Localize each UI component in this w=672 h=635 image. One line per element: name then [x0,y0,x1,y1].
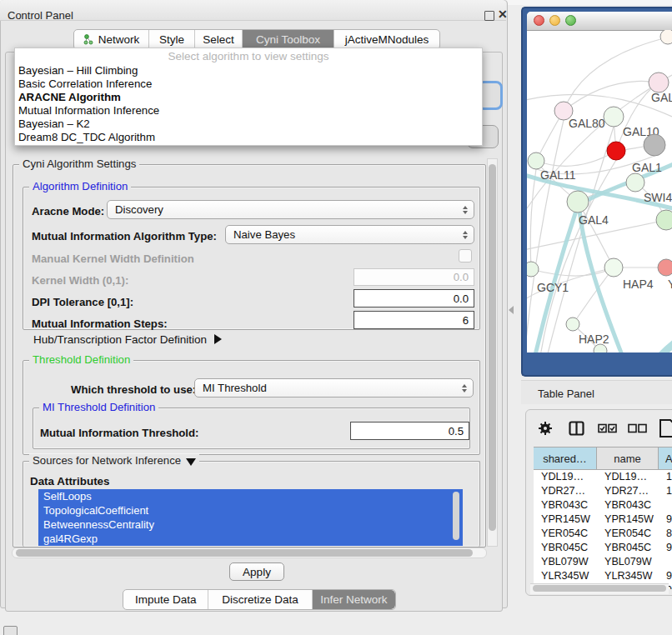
settings-hscrollbar[interactable] [12,548,487,558]
tab-cyni-toolbox[interactable]: Cyni Toolbox [243,30,334,49]
table-cell[interactable]: YER054C [597,527,659,541]
attribute-item[interactable]: SelfLoops [38,489,463,503]
network-node[interactable] [566,318,579,331]
table-hscrollbar-thumb[interactable] [533,585,666,592]
table-row[interactable]: YER054CYER054C8. [534,527,672,541]
tab-jactivemnodules[interactable]: jActiveMNodules [334,30,439,49]
hub-definition-toggle[interactable]: Hub/Transcription Factor Definition [33,333,222,346]
close-traffic-light-icon[interactable] [534,15,544,26]
table-cell[interactable]: YER054C [534,527,597,541]
split-columns-icon[interactable] [569,421,584,436]
table-cell[interactable]: YBR043C [597,498,659,512]
network-node[interactable] [656,210,672,230]
table-cell[interactable]: YDL19… [597,470,659,484]
table-cell[interactable]: YPR145W [534,512,597,527]
dropdown-item[interactable]: Bayesian – K2 [15,118,482,131]
network-edge-thick[interactable] [579,210,625,352]
which-threshold-select[interactable]: MI Threshold [194,378,474,398]
attribute-item[interactable]: TopologicalCoefficient [38,503,463,518]
apply-button[interactable]: Apply [229,562,284,581]
table-cell[interactable] [659,498,672,512]
column-header-shared-name[interactable]: shared… [534,448,597,469]
table-cell[interactable]: YLR345W [534,569,597,583]
settings-vscrollbar[interactable] [487,158,498,547]
tab-style[interactable]: Style [149,30,195,49]
table-cell[interactable]: 9. [659,569,672,583]
network-node[interactable] [649,72,669,92]
network-node[interactable] [527,262,539,277]
table-cell[interactable]: 9. [659,541,672,555]
aracne-mode-select[interactable]: Discovery [107,200,474,219]
table-cell[interactable]: YBR045C [597,541,659,555]
table-cell[interactable]: 12 [659,484,672,498]
sources-title[interactable]: Sources for Network Inference [29,454,199,467]
gear-icon[interactable] [538,421,553,436]
select-all-checkboxes-icon[interactable] [598,423,618,433]
tab-select[interactable]: Select [195,30,243,49]
network-edge[interactable] [527,94,672,117]
float-panel-icon[interactable] [484,11,494,21]
table-cell[interactable]: YDL19… [534,470,597,484]
dropdown-item[interactable]: Mutual Information Inference [15,104,482,118]
table-cell[interactable]: YBL079W [534,555,597,569]
minimize-traffic-light-icon[interactable] [549,15,560,26]
table-row[interactable]: YLR345WYLR345W9. [534,569,672,583]
table-cell[interactable]: YDR27… [534,484,597,498]
table-cell[interactable]: YPR145W [597,512,659,527]
table-row[interactable]: YBL079WYBL079W [534,555,672,569]
data-attributes-list[interactable]: SelfLoopsTopologicalCoefficientBetweenne… [38,489,463,546]
dropdown-item[interactable]: Dream8 DC_TDC Algorithm [15,131,482,144]
splitter-collapse-icon[interactable] [509,306,514,314]
attribute-item[interactable]: BetweennessCentrality [38,518,463,532]
table-cell[interactable] [659,555,672,569]
corner-button[interactable] [3,626,18,635]
network-node[interactable] [604,258,623,277]
table-row[interactable]: YDR27…YDR27…12 [534,484,672,498]
table-cell[interactable]: 13 [659,470,672,484]
table-row[interactable]: YBR045CYBR045C9. [534,541,672,555]
mi-type-select[interactable]: Naive Bayes [225,225,474,244]
table-cell[interactable]: YBR045C [534,541,597,555]
network-node[interactable] [528,152,544,169]
dropdown-item[interactable]: ARACNE Algorithm [15,91,482,104]
network-node[interactable] [604,107,624,127]
network-node[interactable] [658,259,672,276]
settings-vscrollbar-thumb[interactable] [489,164,496,531]
network-node[interactable] [660,30,672,44]
network-edge[interactable] [542,127,614,352]
tab-discretize-data[interactable]: Discretize Data [208,590,312,609]
network-node[interactable] [626,173,644,192]
table-cell[interactable]: 9. [659,512,672,527]
attribute-item[interactable]: gal4RGexp [38,532,463,546]
table-row[interactable]: YBR043CYBR043C [534,498,672,512]
deselect-checkboxes-icon[interactable] [628,423,648,433]
document-icon[interactable] [659,418,672,438]
table-cell[interactable]: YBR043C [534,498,597,512]
network-edge-thick[interactable] [640,340,672,352]
network-node[interactable] [567,191,589,212]
network-node[interactable] [607,142,625,160]
network-edge[interactable] [531,268,614,276]
table-cell[interactable]: YBL079W [597,555,659,569]
table-row[interactable]: YDL19…YDL19…13 [534,470,672,484]
dropdown-item[interactable]: Bayesian – Hill Climbing [15,64,482,78]
dpi-tolerance-field[interactable]: 0.0 [354,289,474,308]
zoom-traffic-light-icon[interactable] [565,15,576,26]
mi-threshold-field[interactable]: 0.5 [350,422,469,440]
attributes-scrollbar-thumb[interactable] [453,492,459,540]
settings-hscrollbar-thumb[interactable] [16,549,473,557]
network-canvas[interactable]: GALGAL80GAL10GAL1GAL11SWI4GAL4GCY1HAP4YH… [527,30,672,352]
manual-kernel-checkbox[interactable] [459,249,472,262]
column-header-next[interactable]: A [659,448,672,469]
kernel-width-field[interactable]: 0.0 [354,268,474,286]
close-icon[interactable]: ✕ [498,8,508,21]
mi-steps-field[interactable]: 6 [354,311,474,329]
column-header-name[interactable]: name [597,448,659,469]
table-row[interactable]: YPR145WYPR145W9. [534,512,672,527]
dropdown-item[interactable]: Basic Correlation Inference [15,78,482,91]
tab-impute-data[interactable]: Impute Data [123,590,208,609]
tab-infer-network[interactable]: Infer Network [313,590,395,609]
table-cell[interactable]: YDR27… [597,484,659,498]
table-cell[interactable]: 8. [659,527,672,541]
tab-network[interactable]: Network [74,30,149,49]
